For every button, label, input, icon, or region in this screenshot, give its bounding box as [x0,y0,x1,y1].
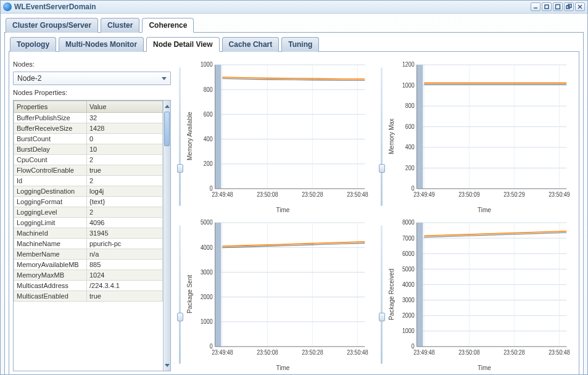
slider-handle[interactable] [379,313,385,321]
inner-tab-topology[interactable]: Topology [10,37,56,52]
prop-name: Id [14,176,87,186]
svg-text:23:50:48: 23:50:48 [549,349,569,356]
table-row[interactable]: FlowControlEnabletrue [14,165,163,176]
svg-text:23:50:08: 23:50:08 [458,349,479,356]
grid-scrollbar[interactable] [163,101,170,371]
svg-text:7000: 7000 [402,234,415,242]
prop-value: {text} [87,197,163,207]
slider-handle[interactable] [177,164,183,173]
svg-rect-1 [545,5,549,9]
nodes-label: Nodes: [13,59,171,69]
svg-text:600: 600 [405,123,415,131]
svg-text:400: 400 [204,136,213,143]
chart-ylabel: Package Received [387,217,396,371]
svg-text:23:50:28: 23:50:28 [302,349,323,356]
table-row[interactable]: LoggingLimit4096 [14,218,163,228]
outer-tab-coherence[interactable]: Coherence [142,18,194,33]
table-row[interactable]: MulticastEnabledtrue [14,291,163,302]
prop-name: MemoryAvailableMB [14,260,87,270]
svg-text:2000: 2000 [402,312,415,319]
chart-ylabel: Package Sent [185,217,194,371]
svg-rect-74 [215,223,222,347]
svg-text:1000: 1000 [201,61,213,68]
window-title: WLEventServerDomain [14,2,96,11]
svg-text:5000: 5000 [201,219,213,226]
prop-name: LoggingDestination [14,186,87,197]
table-row[interactable]: LoggingFormat{text} [14,197,163,207]
chart-slider[interactable] [378,59,386,213]
svg-text:23:50:29: 23:50:29 [503,191,524,199]
svg-text:2000: 2000 [201,294,213,301]
svg-text:3000: 3000 [402,297,415,304]
prop-name: BufferPublishSize [14,113,87,123]
table-row[interactable]: MachineId31945 [14,228,163,239]
prop-value: true [87,165,163,176]
minimize-button[interactable] [531,2,540,11]
table-row[interactable]: BurstDelay10 [14,144,163,155]
outer-tab-cluster[interactable]: Cluster [101,18,139,33]
svg-text:23:50:49: 23:50:49 [549,191,569,199]
svg-text:23:50:08: 23:50:08 [257,349,278,356]
inner-tab-tuning[interactable]: Tuning [281,37,319,52]
prop-value: n/a [87,249,163,260]
table-row[interactable]: BurstCount0 [14,134,163,144]
table-row[interactable]: MemoryAvailableMB885 [14,260,163,270]
scroll-up-icon[interactable] [164,102,170,110]
chart-memory-available: Memory Available0200400600800100023:49:4… [176,59,371,213]
table-row[interactable]: MachineNameppurich-pc [14,239,163,249]
app-window: WLEventServerDomain Cluster Groups/Serve… [0,0,588,375]
chart-ylabel: Memory Available [185,59,194,213]
chart-slider[interactable] [176,217,184,371]
inner-tab-multi-nodes-monitor[interactable]: Multi-Nodes Monitor [59,37,144,52]
prop-name: MachineId [14,228,87,239]
table-row[interactable]: BufferPublishSize32 [14,113,163,123]
scroll-down-icon[interactable] [164,361,170,369]
maximize-button[interactable] [553,2,563,11]
svg-text:23:49:49: 23:49:49 [413,191,434,199]
prop-value: 885 [87,260,163,270]
col-header-value[interactable]: Value [87,101,163,113]
node-select[interactable]: Node-2 [13,72,171,85]
chart-package-received: Package Received010002000300040005000600… [378,217,573,371]
prop-name: BufferReceiveSize [14,123,87,134]
prop-value: 2 [87,155,163,165]
svg-text:800: 800 [204,86,213,93]
table-row[interactable]: MemberNamen/a [14,249,163,260]
window-body: Cluster Groups/ServerClusterCoherence To… [1,14,587,374]
table-row[interactable]: MemoryMaxMB1024 [14,270,163,281]
table-row[interactable]: MulticastAddress/224.3.4.1 [14,281,163,291]
slider-handle[interactable] [177,313,183,321]
chart-xlabel: Time [194,205,371,213]
properties-grid-scroll[interactable]: Properties Value BufferPublishSize32Buff… [14,101,163,371]
chart-xlabel: Time [396,363,573,371]
table-row[interactable]: CpuCount2 [14,155,163,165]
svg-text:8000: 8000 [402,219,415,226]
detach-button[interactable] [564,2,574,11]
close-button[interactable] [575,2,585,11]
inner-tab-node-detail-view[interactable]: Node Detail View [146,37,219,52]
table-row[interactable]: LoggingLevel2 [14,207,163,218]
chart-slider[interactable] [378,217,386,371]
scroll-thumb[interactable] [164,112,170,146]
charts-grid: Memory Available0200400600800100023:49:4… [176,59,575,371]
inner-tab-cache-chart[interactable]: Cache Chart [222,37,280,52]
table-row[interactable]: BufferReceiveSize1428 [14,123,163,134]
outer-tab-cluster-groups-server[interactable]: Cluster Groups/Server [6,18,98,33]
svg-rect-52 [416,65,423,189]
prop-value: ppurich-pc [87,239,163,249]
slider-handle[interactable] [379,164,385,173]
restore-button[interactable] [542,2,552,11]
svg-text:3000: 3000 [201,269,213,276]
col-header-properties[interactable]: Properties [14,101,87,113]
svg-text:400: 400 [405,144,415,151]
svg-text:1000: 1000 [402,328,415,335]
chart-plot: 01000200030004000500060007000800023:49:4… [396,217,573,363]
svg-text:1000: 1000 [201,318,213,326]
prop-name: MulticastEnabled [14,291,87,302]
table-row[interactable]: LoggingDestinationlog4j [14,186,163,197]
chart-slider[interactable] [176,59,184,213]
left-panel: Nodes: Node-2 Nodes Properties: [13,59,171,371]
node-detail-view: Nodes: Node-2 Nodes Properties: [13,56,575,371]
svg-text:6000: 6000 [402,250,415,258]
table-row[interactable]: Id2 [14,176,163,186]
